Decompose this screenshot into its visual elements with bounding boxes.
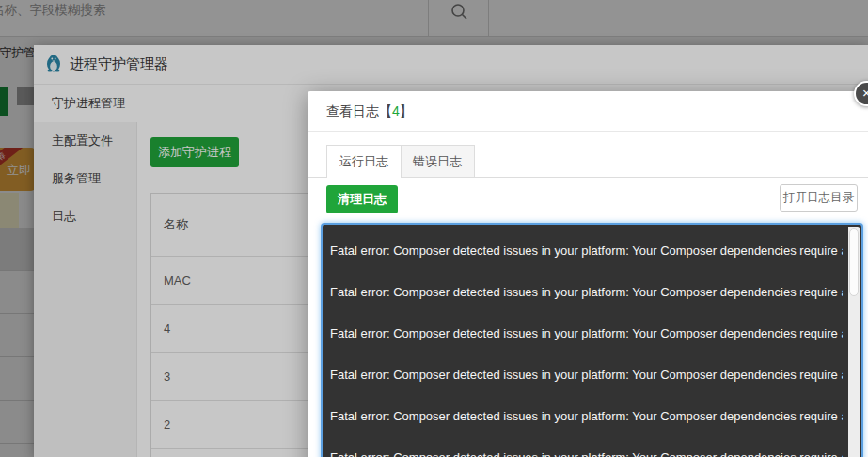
screen: 守护管 立即 推荐	[0, 0, 868, 457]
log-line: Fatal error: Composer detected issues in…	[330, 313, 843, 355]
dialog-titlebar: 查看日志【4】	[308, 91, 868, 132]
log-scrollbar[interactable]	[848, 227, 860, 457]
log-line: Fatal error: Composer detected issues in…	[330, 355, 843, 396]
tab-error-log[interactable]: 错误日志	[400, 145, 475, 178]
log-tabs: 运行日志 错误日志	[308, 145, 868, 178]
log-line: Fatal error: Composer detected issues in…	[330, 437, 843, 457]
log-textarea[interactable]: Fatal error: Composer detected issues in…	[321, 223, 863, 457]
dialog-title: 查看日志【4】	[326, 103, 413, 118]
close-icon: ×	[862, 85, 868, 101]
log-line: Fatal error: Composer detected issues in…	[330, 396, 843, 437]
log-count: 4	[392, 103, 400, 118]
tab-run-log[interactable]: 运行日志	[326, 145, 402, 178]
open-log-directory-button[interactable]: 打开日志目录	[780, 184, 858, 212]
view-log-dialog: 查看日志【4】 运行日志 错误日志 清理日志 打开日志目录 Fatal erro…	[308, 91, 868, 457]
log-scrollbar-thumb[interactable]	[849, 228, 859, 296]
log-content: Fatal error: Composer detected issues in…	[330, 230, 843, 457]
log-line: Fatal error: Composer detected issues in…	[330, 230, 843, 272]
log-line: Fatal error: Composer detected issues in…	[330, 272, 843, 313]
clear-log-button[interactable]: 清理日志	[326, 185, 398, 213]
